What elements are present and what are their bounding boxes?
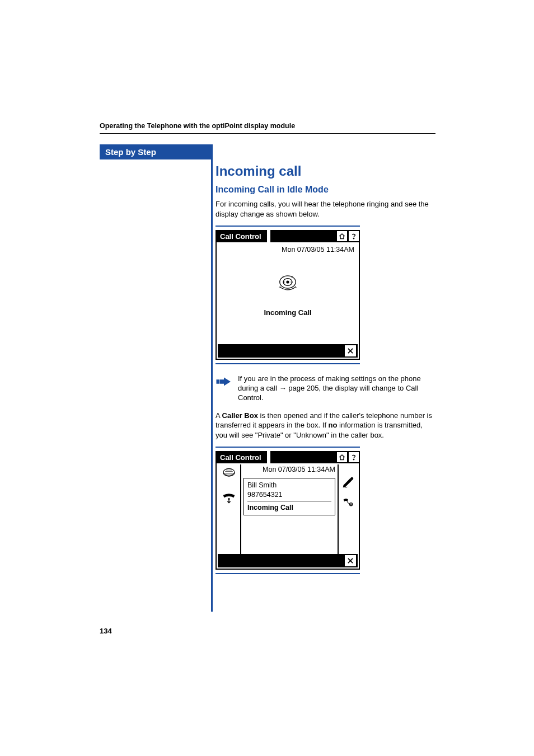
svg-rect-8 — [217, 379, 219, 384]
screen2-body: Mon 07/03/05 11:34AM Bill Smith 98765432… — [218, 464, 358, 554]
heading-idle-mode: Incoming Call in Idle Mode — [216, 185, 434, 195]
caller-name: Bill Smith — [247, 481, 331, 490]
svg-point-3 — [287, 281, 289, 283]
intro-paragraph: For incoming calls, you will hear the te… — [216, 199, 434, 219]
bottombar-1 — [218, 344, 358, 358]
titlebar-1: Call Control — [216, 230, 360, 242]
svg-rect-9 — [220, 379, 224, 384]
screen-2: Mon 07/03/05 11:34AM Bill Smith 98765432… — [216, 463, 360, 570]
deflect-call-icon[interactable] — [341, 496, 355, 510]
sidebar-label: Step by Step — [105, 147, 156, 157]
page-number: 134 — [100, 627, 112, 635]
left-icon-column — [218, 464, 241, 554]
titlebar-2: Call Control — [216, 451, 360, 463]
p2-a: A — [216, 411, 222, 420]
svg-point-11 — [353, 459, 354, 460]
heading-incoming-call: Incoming call — [216, 163, 434, 179]
phone-frame-2: Call Control — [216, 451, 360, 570]
svg-point-15 — [350, 504, 352, 505]
note-arrow-icon — [216, 374, 232, 403]
titlebar-right-2 — [270, 451, 360, 463]
close-icon[interactable] — [345, 345, 356, 356]
sidebar-step-by-step: Step by Step — [100, 144, 213, 159]
home-icon[interactable] — [337, 231, 347, 241]
svg-point-0 — [353, 238, 354, 238]
caller-box-paragraph: A Caller Box is then opened and if the c… — [216, 411, 434, 440]
sidebar-rule — [211, 144, 213, 612]
note-text: If you are in the process of making sett… — [238, 374, 434, 403]
incoming-call-label-1: Incoming Call — [221, 308, 354, 317]
p2-bold1: Caller Box — [222, 411, 258, 420]
note-block: If you are in the process of making sett… — [216, 374, 434, 403]
titlebar-tab-2: Call Control — [216, 451, 267, 463]
p2-bold2: no — [329, 421, 338, 429]
datetime-1: Mon 07/03/05 11:34AM — [221, 246, 354, 253]
bottombar-2 — [218, 554, 358, 567]
screen-1: Mon 07/03/05 11:34AM — [216, 242, 360, 360]
speaker-icon[interactable] — [221, 467, 237, 482]
home-icon[interactable] — [337, 452, 347, 462]
header-rule — [100, 133, 435, 134]
incoming-call-label-2: Incoming Call — [247, 501, 331, 513]
note-arrow-glyph: → — [279, 384, 287, 392]
svg-marker-10 — [224, 378, 231, 386]
page-container: Operating the Telephone with the optiPoi… — [0, 0, 534, 756]
right-icon-column — [338, 464, 358, 554]
svg-point-12 — [223, 469, 235, 477]
pencil-icon[interactable] — [341, 476, 355, 490]
phone-panel-2: Call Control — [216, 447, 360, 574]
phone-frame-1: Call Control Mon 07/03/05 11:34AM — [216, 230, 360, 360]
main-column: Incoming call Incoming Call in Idle Mode… — [216, 163, 434, 584]
datetime-2: Mon 07/03/05 11:34AM — [243, 466, 335, 473]
ringer-icon — [221, 271, 354, 295]
running-header: Operating the Telephone with the optiPoi… — [100, 122, 435, 130]
help-icon[interactable] — [349, 452, 359, 462]
mid-column: Mon 07/03/05 11:34AM Bill Smith 98765432… — [241, 464, 338, 516]
titlebar-tab-1: Call Control — [216, 230, 267, 242]
close-icon[interactable] — [345, 555, 356, 566]
header-area: Operating the Telephone with the optiPoi… — [100, 122, 435, 142]
caller-box: Bill Smith 987654321 Incoming Call — [243, 478, 335, 515]
screen-inner-1: Mon 07/03/05 11:34AM — [218, 243, 358, 344]
svg-point-13 — [228, 498, 229, 500]
caller-number: 987654321 — [247, 490, 331, 500]
help-icon[interactable] — [349, 231, 359, 241]
handset-down-icon[interactable] — [221, 491, 237, 507]
titlebar-right-1 — [270, 230, 360, 242]
phone-panel-1: Call Control Mon 07/03/05 11:34AM — [216, 226, 360, 364]
